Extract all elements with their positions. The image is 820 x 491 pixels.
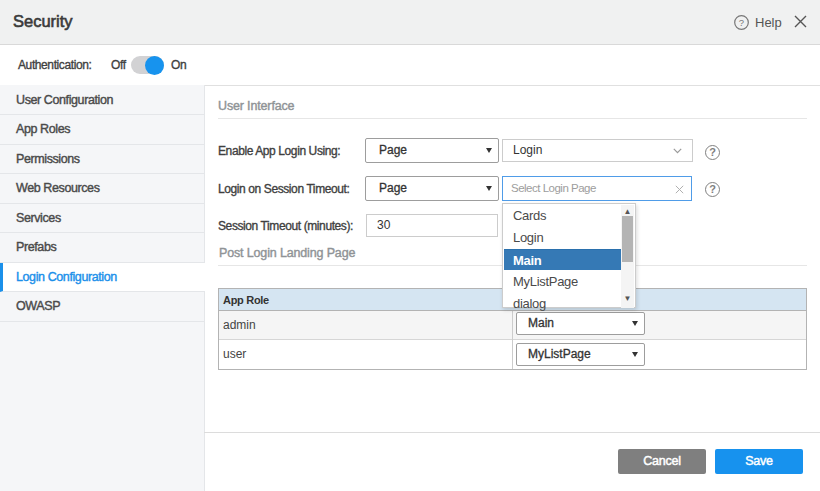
svg-text:?: ? <box>739 17 744 28</box>
